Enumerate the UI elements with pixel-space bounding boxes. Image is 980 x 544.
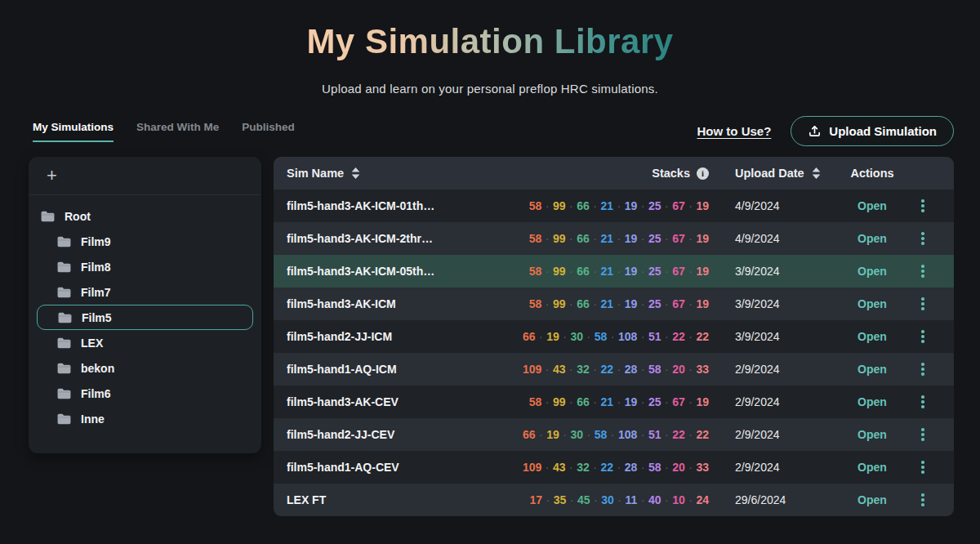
stack-separator: ·	[566, 493, 577, 506]
folder-item-inne[interactable]: Inne	[29, 406, 261, 431]
kebab-icon	[918, 229, 928, 248]
folder-item-bekon[interactable]: bekon	[29, 355, 261, 381]
kebab-icon	[918, 359, 928, 379]
stack-separator: ·	[607, 330, 618, 343]
table-row[interactable]: film5-hand3-AK-ICM-05thres…58·99·66·21·1…	[274, 255, 954, 288]
folder-item-lex[interactable]: LEX	[29, 330, 261, 355]
add-folder-button[interactable]: +	[47, 167, 57, 185]
open-link[interactable]: Open	[840, 493, 905, 506]
stack-value: 58	[595, 428, 608, 441]
stack-separator: ·	[541, 297, 553, 310]
stack-value: 25	[648, 395, 662, 408]
stack-value: 66	[523, 330, 536, 343]
stack-value: 99	[553, 265, 566, 278]
stack-value: 66	[577, 199, 590, 212]
open-link[interactable]: Open	[840, 232, 905, 245]
row-menu-button[interactable]	[905, 490, 941, 510]
folder-icon	[56, 387, 72, 400]
table-row[interactable]: film5-hand3-AK-ICM58·99·66·21·19·25·67·1…	[274, 288, 954, 320]
stack-separator: ·	[541, 363, 553, 376]
stack-separator: ·	[685, 265, 697, 278]
stack-separator: ·	[613, 461, 625, 474]
folder-label: bekon	[81, 362, 114, 375]
stack-value: 66	[577, 265, 590, 278]
open-link[interactable]: Open	[840, 199, 905, 212]
open-link[interactable]: Open	[840, 330, 905, 343]
info-icon[interactable]: i	[697, 167, 709, 180]
table-row[interactable]: LEX FT17·35·45·30·11·40·10·2429/6/2024Op…	[274, 484, 954, 516]
table-row[interactable]: film5-hand2-JJ-CEV66·19·30·58·108·51·22·…	[274, 418, 954, 451]
row-menu-button[interactable]	[905, 294, 941, 314]
tab-shared-with-me[interactable]: Shared With Me	[136, 121, 219, 142]
stack-separator: ·	[566, 363, 577, 376]
folder-label: Root	[65, 210, 91, 223]
stack-separator: ·	[637, 461, 648, 474]
stack-value: 67	[672, 395, 685, 408]
stack-separator: ·	[662, 297, 673, 310]
row-menu-button[interactable]	[905, 261, 941, 281]
stack-separator: ·	[566, 395, 577, 408]
stack-value: 33	[696, 363, 709, 376]
open-link[interactable]: Open	[840, 461, 905, 474]
table-row[interactable]: film5-hand3-AK-ICM-2thresh…58·99·66·21·1…	[274, 222, 954, 255]
page-subtitle: Upload and learn on your personal preflo…	[0, 82, 980, 96]
folder-item-film8[interactable]: Film8	[29, 254, 261, 279]
row-menu-button[interactable]	[905, 359, 941, 379]
stack-separator: ·	[613, 363, 625, 376]
upload-date-header[interactable]: Upload Date	[709, 167, 840, 180]
row-menu-button[interactable]	[905, 457, 941, 477]
stack-value: 58	[529, 265, 542, 278]
stacks-cell: 66·19·30·58·108·51·22·22	[448, 428, 709, 441]
upload-date-cell: 2/9/2024	[709, 461, 840, 474]
upload-date-cell: 2/9/2024	[709, 395, 840, 408]
stack-separator: ·	[613, 232, 625, 245]
stack-separator: ·	[662, 265, 673, 278]
stack-value: 32	[577, 461, 590, 474]
row-menu-button[interactable]	[905, 196, 941, 216]
folder-label: Film9	[81, 235, 111, 248]
row-menu-button[interactable]	[905, 425, 941, 444]
stack-separator: ·	[637, 199, 648, 212]
stack-separator: ·	[607, 428, 618, 441]
stacks-cell: 58·99·66·21·19·25·67·19	[448, 199, 709, 212]
open-link[interactable]: Open	[840, 428, 905, 441]
stack-value: 43	[553, 363, 566, 376]
folder-item-film6[interactable]: Film6	[29, 381, 261, 406]
stack-separator: ·	[637, 395, 648, 408]
folder-item-film7[interactable]: Film7	[29, 279, 261, 305]
stack-separator: ·	[590, 395, 601, 408]
table-row[interactable]: film5-hand1-AQ-ICM109·43·32·22·28·58·20·…	[274, 353, 954, 386]
stack-separator: ·	[685, 232, 697, 245]
stack-separator: ·	[662, 428, 673, 441]
open-link[interactable]: Open	[840, 265, 905, 278]
table-row[interactable]: film5-hand3-AK-ICM-01thres…58·99·66·21·1…	[274, 190, 954, 222]
stack-separator: ·	[590, 199, 601, 212]
upload-button-label: Upload Simulation	[829, 124, 937, 138]
upload-simulation-button[interactable]: Upload Simulation	[791, 116, 954, 146]
kebab-icon	[918, 294, 928, 314]
folder-sidebar: + RootFilm9Film8Film7Film5LEXbekonFilm6I…	[29, 157, 261, 453]
row-menu-button[interactable]	[905, 327, 941, 346]
folder-item-film9[interactable]: Film9	[29, 229, 261, 254]
kebab-icon	[918, 327, 928, 346]
stack-separator: ·	[662, 493, 673, 506]
sim-name-header[interactable]: Sim Name	[287, 167, 448, 180]
table-row[interactable]: film5-hand1-AQ-CEV109·43·32·22·28·58·20·…	[274, 451, 954, 484]
sim-name-cell: film5-hand3-AK-ICM-05thres…	[287, 265, 448, 278]
open-link[interactable]: Open	[840, 297, 905, 310]
table-row[interactable]: film5-hand3-AK-CEV58·99·66·21·19·25·67·1…	[274, 386, 954, 418]
open-link[interactable]: Open	[840, 395, 905, 408]
tab-my-simulations[interactable]: My Simulations	[33, 121, 114, 142]
open-link[interactable]: Open	[840, 363, 905, 376]
how-to-use-link[interactable]: How to Use?	[697, 124, 771, 138]
folder-item-root[interactable]: Root	[29, 203, 261, 229]
table-row[interactable]: film5-hand2-JJ-ICM66·19·30·58·108·51·22·…	[274, 320, 954, 353]
folder-item-film5[interactable]: Film5	[37, 305, 253, 330]
stack-value: 21	[600, 232, 613, 245]
tab-published[interactable]: Published	[242, 121, 295, 142]
stack-separator: ·	[685, 395, 697, 408]
stack-separator: ·	[613, 297, 625, 310]
row-menu-button[interactable]	[905, 392, 941, 412]
folder-label: Film8	[81, 261, 111, 274]
row-menu-button[interactable]	[905, 229, 941, 248]
